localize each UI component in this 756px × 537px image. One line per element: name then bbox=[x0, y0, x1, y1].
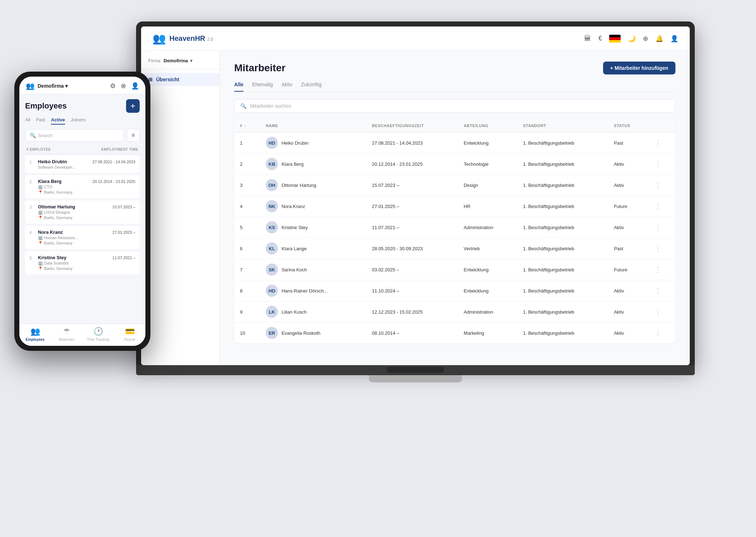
laptop-device: 👥 HeavenHR 2.0 🏛 € 🌙 ⊕ 🔔 👤 bbox=[136, 21, 695, 387]
tab-zukuenftig[interactable]: Zukünftig bbox=[301, 82, 322, 92]
phone-nav-time-tracking[interactable]: 🕐 Time Tracking bbox=[82, 327, 114, 342]
phone-tab-joiners[interactable]: Joiners bbox=[71, 117, 86, 125]
phone-nav-absences[interactable]: ☂ Absences bbox=[51, 327, 82, 342]
row-actions[interactable]: ⋮ bbox=[649, 154, 675, 175]
phone-emp-name: Heiko Drubin bbox=[38, 159, 89, 164]
row-menu-icon[interactable]: ⋮ bbox=[654, 181, 661, 189]
phone-emp-date: 11.07.2021 – bbox=[112, 256, 135, 260]
tab-aktiv[interactable]: Aktiv bbox=[281, 82, 292, 92]
employee-avatar: KS bbox=[266, 221, 278, 233]
row-menu-icon[interactable]: ⋮ bbox=[654, 266, 661, 274]
row-name: HD Hans-Rainer Dörsch... bbox=[260, 280, 366, 301]
phone-logo-area: 👥 Demofirma ▾ bbox=[26, 82, 68, 90]
row-dept: Marketing bbox=[458, 323, 517, 344]
row-actions[interactable]: ⋮ bbox=[649, 280, 675, 301]
employee-avatar: KB bbox=[266, 158, 278, 170]
tab-ehemalig[interactable]: Ehemalig bbox=[252, 82, 273, 92]
moon-icon[interactable]: 🌙 bbox=[628, 35, 636, 43]
phone-section-header: Employees + bbox=[25, 99, 140, 113]
row-actions[interactable]: ⋮ bbox=[649, 175, 675, 196]
table-row[interactable]: 3 OH Ottomar Hartung 15.07.2023 – Design… bbox=[234, 175, 675, 196]
table-row[interactable]: 2 KB Klara Berg 20.12.2014 - 23.01.2025 … bbox=[234, 154, 675, 175]
phone-col-employee: # Employee bbox=[27, 147, 51, 151]
euro-icon[interactable]: € bbox=[598, 35, 602, 42]
table-row[interactable]: 8 HD Hans-Rainer Dörsch... 11.10.2024 – … bbox=[234, 280, 675, 301]
phone-employee-row[interactable]: 1 Heiko Drubin Software Developm... 27.0… bbox=[25, 155, 140, 173]
tab-alle[interactable]: Alle bbox=[234, 82, 244, 92]
row-menu-icon[interactable]: ⋮ bbox=[654, 202, 661, 210]
row-menu-icon[interactable]: ⋮ bbox=[654, 287, 661, 295]
row-time: 12.12.2023 - 15.02.2025 bbox=[366, 301, 458, 323]
phone-search-row: 🔍 Search ≡ bbox=[25, 129, 140, 142]
table-row[interactable]: 5 KS Kristine Stey 11.07.2021 – Administ… bbox=[234, 217, 675, 238]
row-location: 1. Beschäftigungsbetrieb bbox=[517, 323, 608, 344]
flag-icon[interactable] bbox=[609, 35, 621, 43]
row-actions[interactable]: ⋮ bbox=[649, 259, 675, 280]
col-status: STATUS bbox=[608, 119, 649, 132]
row-dept: HR bbox=[458, 196, 517, 217]
table-row[interactable]: 1 HD Heiko Drubin 27.08.2021 - 14.04.202… bbox=[234, 132, 675, 154]
firma-selector[interactable]: Firma: Demofirma ▾ bbox=[141, 58, 220, 69]
phone-nav-employees[interactable]: 👥 Employees bbox=[19, 327, 51, 342]
row-menu-icon[interactable]: ⋮ bbox=[654, 223, 661, 231]
table-row[interactable]: 4 NK Nora Kranz 27.01.2025 – HR 1. Besch… bbox=[234, 196, 675, 217]
user-icon[interactable]: 👤 bbox=[670, 35, 678, 43]
phone-tab-all[interactable]: All bbox=[25, 117, 30, 125]
phone-employee-row[interactable]: 3 Ottomar Hartung 🏢 UX/UI Designe 📍 Barl… bbox=[25, 200, 140, 224]
chevron-down-icon: ▾ bbox=[65, 83, 68, 89]
phone-search-box[interactable]: 🔍 Search bbox=[25, 129, 124, 141]
phone-company-selector[interactable]: Demofirma ▾ bbox=[38, 83, 68, 89]
row-menu-icon[interactable]: ⋮ bbox=[654, 308, 661, 316]
row-time: 11.10.2024 – bbox=[366, 280, 458, 301]
row-actions[interactable]: ⋮ bbox=[649, 238, 675, 259]
table-body: 1 HD Heiko Drubin 27.08.2021 - 14.04.202… bbox=[234, 132, 675, 344]
clock-icon[interactable]: ⊕ bbox=[643, 35, 648, 43]
employee-avatar: ER bbox=[266, 327, 278, 339]
row-name: NK Nora Kranz bbox=[260, 196, 366, 217]
phone-filter-button[interactable]: ≡ bbox=[127, 129, 140, 142]
phone-tab-past[interactable]: Past bbox=[36, 117, 45, 125]
row-num: 3 bbox=[234, 175, 260, 196]
employee-name: Hans-Rainer Dörsch... bbox=[281, 288, 328, 294]
row-actions[interactable]: ⋮ bbox=[649, 301, 675, 323]
row-actions[interactable]: ⋮ bbox=[649, 323, 675, 344]
phone-tab-active[interactable]: Active bbox=[51, 117, 65, 125]
phone-add-icon[interactable]: ⊕ bbox=[121, 82, 126, 90]
bank-icon[interactable]: 🏛 bbox=[584, 34, 591, 43]
col-location: STANDORT bbox=[517, 119, 608, 132]
row-location: 1. Beschäftigungsbetrieb bbox=[517, 196, 608, 217]
table-row[interactable]: 7 SK Sarina Koch 03.02.2025 – Entwicklun… bbox=[234, 259, 675, 280]
row-time: 03.02.2025 – bbox=[366, 259, 458, 280]
phone-employee-row[interactable]: 2 Klara Berg 🏢 CTO 📍 Barlin, Germany 20.… bbox=[25, 175, 140, 198]
phone-add-button[interactable]: + bbox=[126, 99, 140, 113]
phone-user-icon[interactable]: 👤 bbox=[131, 82, 139, 90]
row-dept: Design bbox=[458, 175, 517, 196]
bell-icon[interactable]: 🔔 bbox=[655, 35, 663, 43]
row-status: Past bbox=[608, 238, 649, 259]
phone-gear-icon[interactable]: ⚙ bbox=[110, 82, 116, 90]
table-row[interactable]: 9 LK Lilian Kusch 12.12.2023 - 15.02.202… bbox=[234, 301, 675, 323]
add-employee-button[interactable]: + Mitarbeiter hinzufügen bbox=[603, 62, 675, 74]
sidebar-item-uebersicht[interactable]: ⊞ Übersicht bbox=[141, 73, 220, 86]
employee-name: Heiko Drubin bbox=[281, 140, 308, 146]
table-row[interactable]: 6 KL Klara Lange 28.05.2020 - 30.09.2023… bbox=[234, 238, 675, 259]
row-actions[interactable]: ⋮ bbox=[649, 217, 675, 238]
search-box[interactable]: 🔍 Mitarbeiter suchen bbox=[234, 99, 675, 113]
phone-nav-payroll[interactable]: 💳 Payroll bbox=[114, 327, 145, 342]
laptop-layout: Firma: Demofirma ▾ ⊞ Übersicht Mitarbeit… bbox=[141, 51, 690, 365]
col-time: BESCHAEFTIGUNGSZEIT bbox=[366, 119, 458, 132]
table-row[interactable]: 10 ER Evangelia Roskoth 08.10.2014 – Mar… bbox=[234, 323, 675, 344]
employee-name: Kristine Stey bbox=[281, 225, 308, 230]
row-actions[interactable]: ⋮ bbox=[649, 132, 675, 154]
phone-emp-sub2: 📍 Barlin, Germany bbox=[38, 266, 109, 271]
row-actions[interactable]: ⋮ bbox=[649, 196, 675, 217]
row-menu-icon[interactable]: ⋮ bbox=[654, 245, 661, 252]
phone-employee-row[interactable]: 4 Nora Kranz 🏢 Human Resource... 📍 Barli… bbox=[25, 226, 140, 249]
phone-employee-row[interactable]: 5 Kristine Stey 🏢 Data Scientist 📍 Barli… bbox=[25, 251, 140, 275]
row-menu-icon[interactable]: ⋮ bbox=[654, 139, 661, 147]
row-menu-icon[interactable]: ⋮ bbox=[654, 160, 661, 168]
employee-avatar: NK bbox=[266, 200, 278, 212]
row-menu-icon[interactable]: ⋮ bbox=[654, 329, 661, 337]
phone-emp-info: Nora Kranz 🏢 Human Resource... 📍 Barlin,… bbox=[38, 229, 109, 246]
row-dept: Vertrieb bbox=[458, 238, 517, 259]
